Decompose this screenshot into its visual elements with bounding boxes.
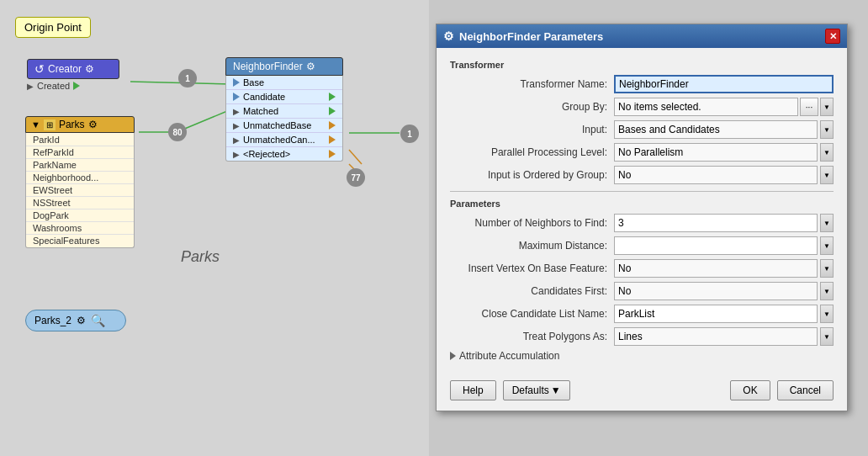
parks-gear-icon[interactable]: ⚙ <box>88 119 98 130</box>
insert-vertex-select[interactable]: No <box>614 259 818 278</box>
parks-node[interactable]: ▼ ⊞ Parks ⚙ ParkId RefParkId ParkName Ne… <box>25 116 135 248</box>
dialog-titlebar-left: ⚙ NeighborFinder Parameters <box>443 29 603 43</box>
close-candidate-label: Close Candidate List Name: <box>450 308 614 320</box>
input-row: Input: Bases and Candidates ▼ <box>450 120 834 139</box>
defaults-button[interactable]: Defaults ▼ <box>503 380 570 400</box>
rejected-port-out <box>329 150 336 158</box>
group-by-browse-btn[interactable]: ··· <box>800 98 818 116</box>
creator-ports: ▶ Created <box>27 81 119 91</box>
group-by-row: Group By: No items selected. ··· ▼ <box>450 98 834 116</box>
input-dropdown-btn[interactable]: ▼ <box>820 120 834 139</box>
parks-field-dogpark: DogPark <box>26 209 134 222</box>
treat-polygons-dropdown-btn[interactable]: ▼ <box>820 327 834 346</box>
neighborfinder-body: Base Candidate ▶ Matched ▶ UnmatchedBase… <box>225 76 343 162</box>
help-button[interactable]: Help <box>450 380 496 400</box>
candidates-first-select[interactable]: No <box>614 282 818 300</box>
origin-point-tooltip: Origin Point <box>15 17 91 38</box>
dialog-titlebar: ⚙ NeighborFinder Parameters ✕ <box>437 24 847 48</box>
nf-port-rejected: ▶ <Rejected> <box>226 147 342 161</box>
parks-field-refparkid: RefParkId <box>26 146 134 159</box>
group-by-select[interactable]: No items selected. <box>614 98 798 116</box>
input-ordered-dropdown-btn[interactable]: ▼ <box>820 166 834 184</box>
neighborfinder-header: NeighborFinder ⚙ <box>225 57 343 76</box>
num-neighbors-control: 3 ▼ <box>614 214 834 232</box>
close-candidate-control: ParkList ▼ <box>614 305 834 323</box>
attribute-accumulation-label: Attribute Accumulation <box>459 350 559 362</box>
max-distance-row: Maximum Distance: ▼ <box>450 236 834 255</box>
footer-right: OK Cancel <box>730 380 834 400</box>
treat-polygons-row: Treat Polygons As: Lines ▼ <box>450 327 834 346</box>
parks-field-parkid: ParkId <box>26 134 134 146</box>
candidates-first-dropdown-btn[interactable]: ▼ <box>820 282 834 300</box>
input-control: Bases and Candidates ▼ <box>614 120 834 139</box>
parks-node-header: ▼ ⊞ Parks ⚙ <box>25 116 135 133</box>
parks-canvas-label: Parks <box>181 248 220 266</box>
num-neighbors-value: 3 <box>614 214 818 232</box>
unmatchedbase-port-out <box>329 121 336 130</box>
nf-port-candidate: Candidate <box>226 90 342 104</box>
nf-port-base: Base <box>226 76 342 90</box>
treat-polygons-label: Treat Polygons As: <box>450 331 614 342</box>
creator-gear-icon[interactable]: ⚙ <box>85 63 94 75</box>
treat-polygons-select[interactable]: Lines <box>614 327 818 346</box>
dialog-icon: ⚙ <box>443 29 454 43</box>
cancel-button[interactable]: Cancel <box>777 380 834 400</box>
dialog-title: NeighborFinder Parameters <box>459 30 603 43</box>
close-candidate-row: Close Candidate List Name: ParkList ▼ <box>450 305 834 323</box>
nf-port-unmatchedbase: ▶ UnmatchedBase <box>226 119 342 133</box>
input-ordered-row: Input is Ordered by Group: No ▼ <box>450 166 834 184</box>
transformer-name-input[interactable] <box>614 75 834 93</box>
nf-gear-icon[interactable]: ⚙ <box>306 61 315 72</box>
input-ordered-select[interactable]: No <box>614 166 818 184</box>
attribute-accumulation-row[interactable]: Attribute Accumulation <box>450 350 834 362</box>
parks-node-body: ParkId RefParkId ParkName Neighborhood..… <box>25 133 135 248</box>
insert-vertex-control: No ▼ <box>614 259 834 278</box>
defaults-arrow-icon: ▼ <box>551 384 561 396</box>
transformer-section-label: Transformer <box>450 60 834 70</box>
candidates-first-row: Candidates First: No ▼ <box>450 282 834 300</box>
insert-vertex-dropdown-btn[interactable]: ▼ <box>820 259 834 278</box>
ok-button[interactable]: OK <box>730 380 770 400</box>
attribute-accumulation-triangle <box>450 352 456 360</box>
num-neighbors-label: Number of Neighbors to Find: <box>450 217 614 229</box>
neighborfinder-node[interactable]: NeighborFinder ⚙ Base Candidate ▶ Matche… <box>225 57 343 162</box>
created-port-out <box>73 82 80 90</box>
max-distance-dropdown-btn[interactable]: ▼ <box>820 236 834 255</box>
dialog-body: Transformer Transformer Name: Group By: … <box>437 48 847 374</box>
group-by-dropdown-btn[interactable]: ▼ <box>820 98 834 116</box>
unmatchedcan-port-out <box>329 135 336 144</box>
num-neighbors-row: Number of Neighbors to Find: 3 ▼ <box>450 214 834 232</box>
group-by-control: No items selected. ··· ▼ <box>614 98 834 116</box>
candidates-first-control: No ▼ <box>614 282 834 300</box>
max-distance-control: ▼ <box>614 236 834 255</box>
dialog-footer: Help Defaults ▼ OK Cancel <box>437 374 847 411</box>
badge-1-right: 1 <box>400 125 419 143</box>
parks-field-washrooms: Washrooms <box>26 222 134 235</box>
transformer-name-label: Transformer Name: <box>450 78 614 90</box>
neighborfinder-dialog: ⚙ NeighborFinder Parameters ✕ Transforme… <box>436 24 848 411</box>
parks2-node[interactable]: Parks_2 ⚙ 🔍 <box>25 310 126 331</box>
badge-77: 77 <box>347 168 365 187</box>
parallel-processing-dropdown-btn[interactable]: ▼ <box>820 143 834 162</box>
parks-field-parkname: ParkName <box>26 159 134 172</box>
input-select[interactable]: Bases and Candidates <box>614 120 818 139</box>
candidates-first-label: Candidates First: <box>450 285 614 297</box>
input-ordered-label: Input is Ordered by Group: <box>450 169 614 181</box>
parks-field-nsstreet: NSStreet <box>26 197 134 209</box>
max-distance-input[interactable] <box>614 236 818 255</box>
close-candidate-dropdown-btn[interactable]: ▼ <box>820 305 834 323</box>
parallel-processing-select[interactable]: No Parallelism <box>614 143 818 162</box>
parameters-section-label: Parameters <box>450 199 834 209</box>
dialog-close-button[interactable]: ✕ <box>825 29 840 44</box>
parks2-search-icon[interactable]: 🔍 <box>91 314 105 327</box>
badge-1-top: 1 <box>178 69 197 87</box>
badge-80: 80 <box>168 123 187 141</box>
base-port-in <box>233 78 240 87</box>
parks2-gear-icon[interactable]: ⚙ <box>77 315 86 326</box>
insert-vertex-label: Insert Vertex On Base Feature: <box>450 262 614 274</box>
parallel-processing-row: Parallel Processing Level: No Parallelis… <box>450 143 834 162</box>
creator-node[interactable]: ↺ Creator ⚙ ▶ Created <box>27 59 119 92</box>
parallel-processing-control: No Parallelism ▼ <box>614 143 834 162</box>
num-neighbors-dropdown-btn[interactable]: ▼ <box>820 214 834 232</box>
input-ordered-control: No ▼ <box>614 166 834 184</box>
